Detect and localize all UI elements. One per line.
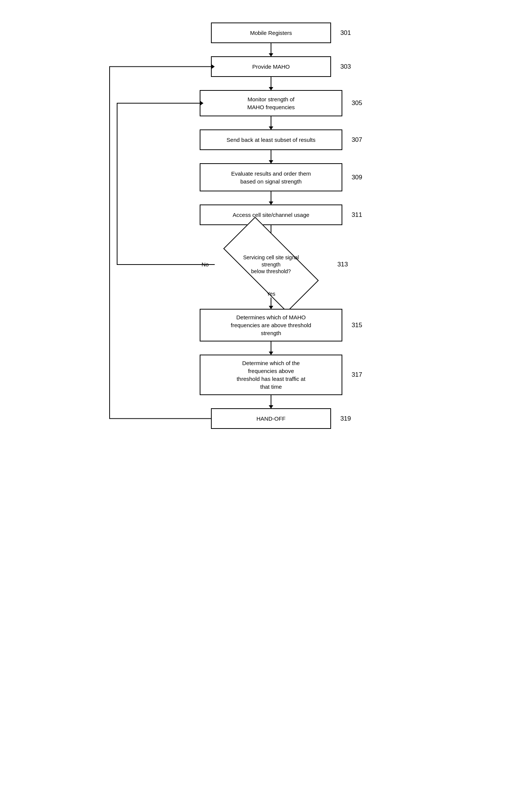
box-monitor-strength: Monitor strength ofMAHO frequencies 305	[200, 90, 342, 116]
arrow	[271, 395, 271, 408]
step-number: 313	[337, 261, 348, 268]
box-label: Determine which of thefrequencies abovet…	[236, 359, 305, 391]
yes-label: Yes	[267, 291, 276, 297]
diamond-threshold: Servicing cell site signal strengthbelow…	[215, 238, 327, 291]
step-number: 315	[352, 321, 362, 330]
box-label: Determines which of MAHOfrequencies are …	[231, 313, 311, 337]
flowchart: Mobile Registers 301 Provide MAHO 303 Mo…	[95, 15, 432, 436]
node-315: Determines which of MAHOfrequencies are …	[200, 309, 342, 355]
node-317: Determine which of thefrequencies abovet…	[200, 355, 342, 408]
step-number: 301	[340, 29, 351, 38]
box-label: HAND-OFF	[256, 415, 286, 423]
node-313: Servicing cell site signal strengthbelow…	[215, 238, 327, 309]
box-evaluate-results: Evaluate results and order thembased on …	[200, 163, 342, 191]
box-label: Evaluate results and order thembased on …	[231, 170, 311, 185]
step-number: 319	[340, 414, 351, 423]
step-number: 303	[340, 62, 351, 71]
node-307: Send back at least subset of results 307	[200, 129, 342, 163]
node-301: Mobile Registers 301	[211, 23, 331, 56]
node-319: HAND-OFF 319	[211, 408, 331, 429]
step-number: 311	[352, 211, 362, 220]
diamond-label: Servicing cell site signal strengthbelow…	[237, 254, 305, 275]
step-number: 309	[352, 173, 362, 182]
box-label: Provide MAHO	[252, 63, 290, 71]
box-label: Monitor strength ofMAHO frequencies	[247, 95, 295, 111]
node-309: Evaluate results and order thembased on …	[200, 163, 342, 205]
box-mobile-registers: Mobile Registers 301	[211, 23, 331, 43]
box-handoff: HAND-OFF 319	[211, 408, 331, 429]
box-send-back: Send back at least subset of results 307	[200, 129, 342, 150]
box-determines-maho: Determines which of MAHOfrequencies are …	[200, 309, 342, 341]
box-provide-maho: Provide MAHO 303	[211, 56, 331, 77]
box-determine-freq: Determine which of thefrequencies abovet…	[200, 355, 342, 395]
arrow	[271, 341, 271, 355]
arrow	[271, 191, 271, 205]
box-label: Send back at least subset of results	[227, 136, 316, 144]
step-number: 307	[352, 135, 362, 144]
yes-branch: Yes	[267, 291, 276, 309]
step-number: 305	[352, 99, 362, 108]
arrow	[271, 77, 271, 90]
box-access-cell-site: Access cell site/channel usage 311	[200, 205, 342, 225]
node-303: Provide MAHO 303	[211, 56, 331, 90]
step-number: 317	[352, 370, 362, 379]
arrow	[271, 150, 271, 163]
box-label: Access cell site/channel usage	[233, 211, 309, 219]
arrow	[271, 43, 271, 56]
node-305: Monitor strength ofMAHO frequencies 305	[200, 90, 342, 129]
arrow	[271, 116, 271, 129]
arrow	[271, 298, 271, 309]
box-label: Mobile Registers	[250, 29, 292, 37]
diagram-container: Mobile Registers 301 Provide MAHO 303 Mo…	[95, 15, 432, 436]
